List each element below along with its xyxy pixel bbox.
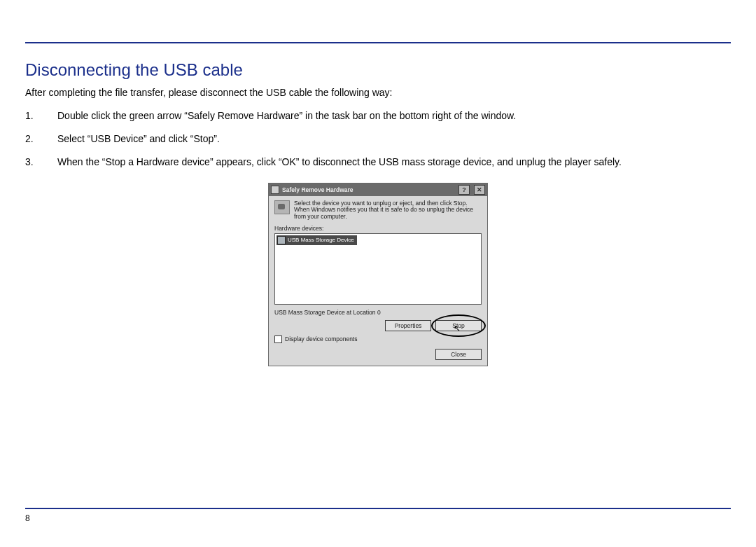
help-button[interactable]: ? — [458, 185, 470, 195]
properties-button[interactable]: Properties — [385, 320, 431, 331]
dialog-titlebar: Safely Remove Hardware ? ✕ — [269, 184, 487, 196]
display-components-checkbox[interactable] — [274, 335, 282, 343]
dialog-title: Safely Remove Hardware — [282, 186, 354, 193]
section-title: Disconnecting the USB cable — [25, 60, 731, 80]
stop-button[interactable]: Stop — [435, 320, 482, 331]
step-item: When the “Stop a Hardware device” appear… — [25, 155, 731, 169]
close-button[interactable]: Close — [435, 349, 482, 360]
checkbox-label: Display device components — [285, 335, 357, 342]
devices-label: Hardware devices: — [274, 225, 482, 232]
dialog-instruction: Select the device you want to unplug or … — [294, 200, 482, 221]
steps-list: Double click the green arrow “Safely Rem… — [25, 109, 731, 169]
pc-card-icon — [274, 200, 290, 214]
close-icon[interactable]: ✕ — [474, 185, 485, 195]
device-list-item[interactable]: USB Mass Storage Device — [276, 235, 357, 245]
usb-device-icon — [277, 236, 286, 244]
step-item: Select “USB Device” and click “Stop”. — [25, 132, 731, 146]
page-number: 8 — [25, 513, 30, 523]
safely-remove-dialog: Safely Remove Hardware ? ✕ Select the de… — [268, 183, 488, 366]
devices-listbox[interactable]: USB Mass Storage Device — [274, 233, 482, 305]
hardware-icon — [271, 186, 279, 194]
intro-text: After completing the file transfer, plea… — [25, 87, 731, 98]
device-item-label: USB Mass Storage Device — [288, 237, 354, 243]
selected-device-text: USB Mass Storage Device at Location 0 — [274, 309, 482, 316]
step-item: Double click the green arrow “Safely Rem… — [25, 109, 731, 123]
bottom-divider — [25, 508, 731, 509]
top-divider — [25, 42, 731, 43]
